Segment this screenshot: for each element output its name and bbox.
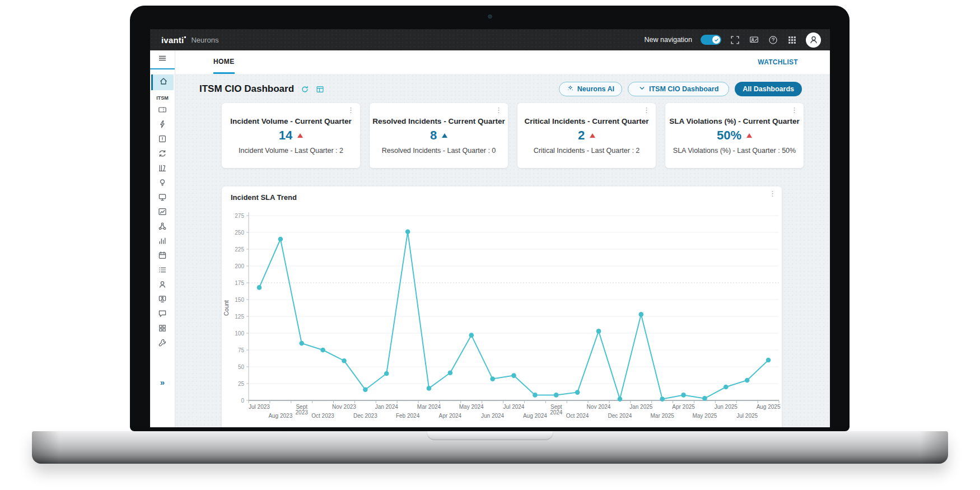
sidebar-expand-button[interactable]: »	[160, 377, 165, 387]
sparkle-icon	[567, 85, 574, 94]
all-dashboards-button[interactable]: All Dashboards	[735, 82, 802, 96]
home-icon	[159, 77, 168, 88]
sidebar-item-apps[interactable]	[150, 321, 175, 335]
svg-text:Dec 2023: Dec 2023	[353, 413, 377, 419]
sidebar-item-change[interactable]	[150, 146, 175, 161]
dashboard-selector-label: ITSM CIO Dashboard	[649, 85, 718, 93]
sidebar-item-remote[interactable]	[150, 292, 175, 306]
sidebar-item-devices[interactable]	[150, 190, 175, 204]
data-point[interactable]	[702, 396, 707, 401]
kebab-menu-icon[interactable]: ⋮	[791, 106, 798, 114]
data-point[interactable]	[257, 285, 262, 290]
sidebar-item-reports[interactable]	[150, 234, 175, 248]
watchlist-link[interactable]: WATCHLIST	[758, 58, 798, 66]
data-point[interactable]	[490, 376, 495, 381]
sidebar-item-calendar[interactable]	[150, 248, 175, 263]
neurons-ai-label: Neurons AI	[577, 85, 614, 93]
sidebar: ITSM »	[150, 50, 175, 427]
data-point[interactable]	[299, 341, 304, 346]
trend-up-icon	[746, 133, 752, 138]
data-point[interactable]	[681, 393, 686, 398]
data-point[interactable]	[638, 312, 643, 317]
sidebar-menu-toggle[interactable]	[150, 50, 175, 69]
kebab-menu-icon[interactable]: ⋮	[643, 106, 650, 114]
sidebar-item-tasks[interactable]	[150, 263, 175, 277]
idea-icon	[158, 178, 167, 187]
data-point[interactable]	[724, 385, 729, 390]
data-point[interactable]	[660, 396, 665, 402]
webcam-dot	[488, 15, 492, 18]
tasks-icon	[158, 265, 167, 274]
app-launcher-icon[interactable]	[787, 35, 797, 45]
laptop-frame: ivanti Neurons New navigation	[130, 6, 850, 431]
kpi-subtitle: SLA Violations (%) - Last Quarter : 50%	[673, 147, 796, 155]
toggle-check-icon	[712, 36, 720, 44]
svg-text:Jul 2025: Jul 2025	[736, 413, 758, 419]
dashboard-selector[interactable]: ITSM CIO Dashboard	[628, 82, 729, 96]
data-point[interactable]	[320, 348, 325, 353]
refresh-icon[interactable]	[301, 85, 309, 94]
kebab-menu-icon[interactable]: ⋮	[347, 106, 354, 114]
sidebar-item-admin[interactable]	[150, 335, 175, 350]
svg-text:75: 75	[238, 347, 245, 353]
trend-up-icon	[297, 133, 303, 138]
neurons-ai-button[interactable]: Neurons AI	[559, 82, 622, 96]
kebab-menu-icon[interactable]: ⋮	[495, 106, 502, 114]
sidebar-section-label: ITSM	[156, 95, 169, 101]
sidebar-item-incident[interactable]	[150, 132, 175, 146]
data-point[interactable]	[554, 393, 559, 398]
screen-share-icon[interactable]	[749, 35, 759, 45]
service-desk-icon	[158, 105, 167, 114]
kpi-row: ⋮ Incident Volume - Current Quarter 14 I…	[222, 103, 804, 168]
svg-text:Aug 2025: Aug 2025	[757, 404, 781, 410]
user-avatar[interactable]	[806, 32, 821, 48]
data-point[interactable]	[342, 358, 347, 363]
sidebar-item-idea[interactable]	[150, 175, 175, 190]
kpi-title: Incident Volume - Current Quarter	[230, 117, 352, 125]
data-point[interactable]	[618, 396, 623, 402]
sidebar-item-automation[interactable]	[150, 117, 175, 132]
dashboard-content: ITSM CIO Dashboard N	[175, 74, 830, 427]
new-navigation-toggle[interactable]	[701, 35, 721, 45]
data-point[interactable]	[363, 388, 368, 393]
data-point[interactable]	[448, 371, 453, 376]
svg-text:275: 275	[235, 213, 244, 219]
svg-text:Oct 2023: Oct 2023	[311, 413, 334, 419]
data-point[interactable]	[766, 358, 771, 363]
kpi-value: 2	[578, 128, 585, 143]
help-icon[interactable]	[768, 35, 778, 45]
sidebar-item-chat[interactable]	[150, 306, 175, 321]
sidebar-item-people[interactable]	[150, 277, 175, 292]
data-point[interactable]	[575, 390, 580, 395]
svg-text:175: 175	[235, 280, 244, 286]
sidebar-item-knowledge[interactable]	[150, 161, 175, 175]
kebab-menu-icon[interactable]: ⋮	[769, 190, 776, 197]
data-point[interactable]	[278, 237, 283, 242]
fullscreen-icon[interactable]	[730, 35, 740, 45]
kpi-title: SLA Violations (%) - Current Quarter	[669, 117, 800, 125]
sidebar-item-analytics[interactable]	[150, 204, 175, 219]
dashboard-actions: Neurons AI ITSM CIO Dashboard All Dashbo…	[559, 82, 802, 96]
page-title: ITSM CIO Dashboard	[199, 83, 294, 95]
brand-logo[interactable]: ivanti	[161, 35, 184, 45]
data-point[interactable]	[469, 333, 474, 338]
tab-home[interactable]: HOME	[213, 50, 235, 74]
sidebar-item-home-active[interactable]	[151, 74, 174, 90]
sidebar-item-service-desk[interactable]	[150, 102, 175, 117]
layout-icon[interactable]	[316, 85, 324, 94]
data-point[interactable]	[384, 371, 389, 376]
people-icon	[158, 280, 167, 289]
remote-icon	[158, 295, 167, 304]
sidebar-item-network[interactable]	[150, 219, 175, 234]
svg-text:Jun 2025: Jun 2025	[715, 404, 738, 410]
data-point[interactable]	[427, 386, 432, 391]
sidebar-items	[150, 102, 175, 350]
svg-text:200: 200	[235, 263, 244, 269]
data-point[interactable]	[533, 393, 538, 398]
trend-up-icon	[442, 133, 447, 138]
data-point[interactable]	[745, 378, 750, 383]
data-point[interactable]	[511, 373, 516, 378]
data-point[interactable]	[405, 230, 410, 235]
tab-bar: HOME WATCHLIST	[175, 50, 830, 74]
data-point[interactable]	[596, 329, 601, 334]
